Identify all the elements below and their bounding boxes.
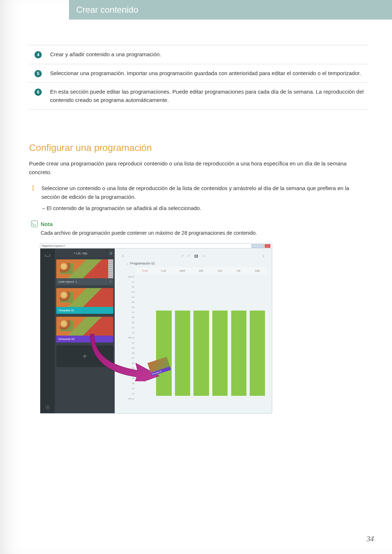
- day-lun: LUN: [155, 267, 173, 274]
- legend-num-4: 4: [34, 51, 42, 58]
- maximize-button[interactable]: [258, 244, 264, 248]
- schedule-name[interactable]: Programación 01: [126, 262, 267, 265]
- hour-label: 11: [120, 330, 134, 335]
- day-sab: SÁB: [248, 267, 267, 274]
- schedule-block[interactable]: [212, 311, 228, 396]
- hour-label: 03: [120, 350, 134, 356]
- hour-label: 09: [120, 320, 134, 325]
- hour-label: 11: [120, 391, 134, 396]
- header-bar: Crear contenido: [69, 0, 392, 20]
- section-intro: Puede crear una programación para reprod…: [29, 159, 368, 177]
- col-jue[interactable]: [211, 274, 229, 410]
- hour-label: 05: [120, 361, 134, 366]
- document-page: Crear contenido 4 Crear y añadir conteni…: [0, 0, 392, 554]
- col-mar[interactable]: [173, 274, 192, 410]
- hour-label: PM 12: [120, 335, 134, 340]
- legend-row-4: 4 Crear y añadir contenido a una program…: [29, 45, 368, 64]
- playlist-name: Lista reprod. 1: [58, 280, 77, 283]
- add-item-button[interactable]: +: [56, 345, 113, 367]
- wizard-steps: ✓ ✓ 03 04: [181, 254, 205, 258]
- schedule-card[interactable]: Schedule 02: [56, 317, 113, 342]
- col-lun[interactable]: [155, 274, 173, 410]
- step-number: 1: [31, 184, 41, 201]
- hour-label: 02: [120, 345, 134, 350]
- step-check-2[interactable]: ✓: [188, 254, 191, 258]
- hour-label: 02: [120, 284, 134, 290]
- schedule-block[interactable]: [193, 311, 209, 396]
- hour-label: 04: [120, 356, 134, 361]
- hour-label: 07: [120, 371, 134, 376]
- day-dom: DOM: [136, 267, 155, 274]
- schedule-grid[interactable]: AM 12 01 02 03 04 05 06 07 08 09 10 11: [120, 274, 267, 410]
- grid-view-icon[interactable]: ⊞: [107, 249, 115, 258]
- hour-label: 03: [120, 290, 134, 295]
- minimize-button[interactable]: [252, 244, 257, 248]
- schedule-block[interactable]: [231, 311, 246, 396]
- prev-icon[interactable]: ‹: [120, 253, 126, 259]
- schedule-block[interactable]: [156, 311, 171, 396]
- content-panel: + Lis. rep. ⊞ Lista reprod. 1 ≡ Template…: [55, 249, 115, 413]
- playlist-thumb: [56, 259, 113, 278]
- hour-label: 08: [120, 315, 134, 320]
- legend-num-5: 5: [34, 70, 42, 77]
- template-thumb: [56, 288, 113, 307]
- schedule-editor: ‹ ✓ ✓ 03 04 › Programación 01 DOM LUN: [115, 249, 272, 413]
- template-label: Template 01: [56, 307, 113, 314]
- hour-label: 01: [120, 279, 134, 284]
- app-screenshot: MagicInfo Express 2 ? + Lis. rep. ⊞: [40, 243, 272, 414]
- legend-row-6: 6 En esta sección puede editar las progr…: [29, 83, 368, 110]
- schedule-thumb: [56, 317, 113, 336]
- playlist-card[interactable]: Lista reprod. 1 ≡: [56, 259, 113, 285]
- app-body: ? + Lis. rep. ⊞ Lista reprod. 1 ≡: [40, 249, 272, 413]
- legend-text-5: Seleccionar una programación. Importar u…: [47, 64, 368, 83]
- note-text: Cada archivo de programación puede conte…: [29, 230, 368, 236]
- schedule-block[interactable]: [175, 311, 190, 396]
- breadcrumb: Crear contenido: [76, 5, 138, 15]
- next-icon[interactable]: ›: [261, 253, 267, 259]
- day-mie: MIÉ: [192, 267, 211, 274]
- filmstrip-icon: [108, 259, 113, 278]
- home-icon[interactable]: [45, 252, 50, 257]
- hour-label: 04: [120, 295, 134, 300]
- close-button[interactable]: [265, 244, 270, 248]
- hour-label: 09: [120, 381, 134, 386]
- step-current[interactable]: 03: [194, 254, 198, 258]
- step-check-1[interactable]: ✓: [181, 254, 184, 258]
- help-icon[interactable]: ?: [45, 405, 50, 410]
- day-jue: JUE: [211, 267, 229, 274]
- playlist-label: Lista reprod. 1 ≡: [56, 278, 113, 285]
- step-next[interactable]: 04: [202, 254, 205, 258]
- day-header: DOM LUN MAR MIÉ JUE VIE SÁB: [136, 267, 267, 274]
- schedule-label: Schedule 02: [56, 336, 113, 342]
- legend-text-6: En esta sección puede editar las program…: [47, 83, 368, 110]
- note-header: Nota: [29, 221, 368, 227]
- time-axis: AM 12 01 02 03 04 05 06 07 08 09 10 11: [120, 274, 136, 410]
- hour-label: 10: [120, 325, 134, 330]
- page-number: 34: [367, 535, 374, 543]
- bars-area: [136, 274, 267, 410]
- add-playlist-button[interactable]: + Lis. rep.: [55, 251, 107, 255]
- col-sab[interactable]: [248, 274, 267, 410]
- hour-label: AM 12: [120, 396, 134, 401]
- hour-label: 07: [120, 310, 134, 315]
- col-dom[interactable]: [136, 274, 155, 410]
- col-mie[interactable]: [192, 274, 211, 410]
- template-card[interactable]: Template 01: [56, 288, 113, 314]
- window-buttons: [252, 244, 270, 248]
- menu-icon[interactable]: ≡: [110, 280, 111, 283]
- legend-text-4: Crear y añadir contenido a una programac…: [47, 45, 368, 64]
- hour-label: 06: [120, 305, 134, 310]
- col-vie[interactable]: [229, 274, 248, 410]
- step-text: Seleccione un contenido o una lista de r…: [41, 184, 368, 201]
- step-bullet: – El contenido de la programación se aña…: [29, 205, 368, 211]
- day-mar: MAR: [173, 267, 192, 274]
- hour-label: 05: [120, 300, 134, 305]
- legend-num-6: 6: [34, 89, 42, 96]
- section-title: Configurar una programación: [29, 142, 368, 153]
- day-vie: VIE: [229, 267, 248, 274]
- app-nav-rail: ?: [40, 249, 55, 413]
- note-icon: [31, 221, 38, 227]
- schedule-block[interactable]: [250, 311, 265, 396]
- hour-label: AM 12: [120, 274, 134, 279]
- app-title: MagicInfo Express 2: [42, 245, 65, 247]
